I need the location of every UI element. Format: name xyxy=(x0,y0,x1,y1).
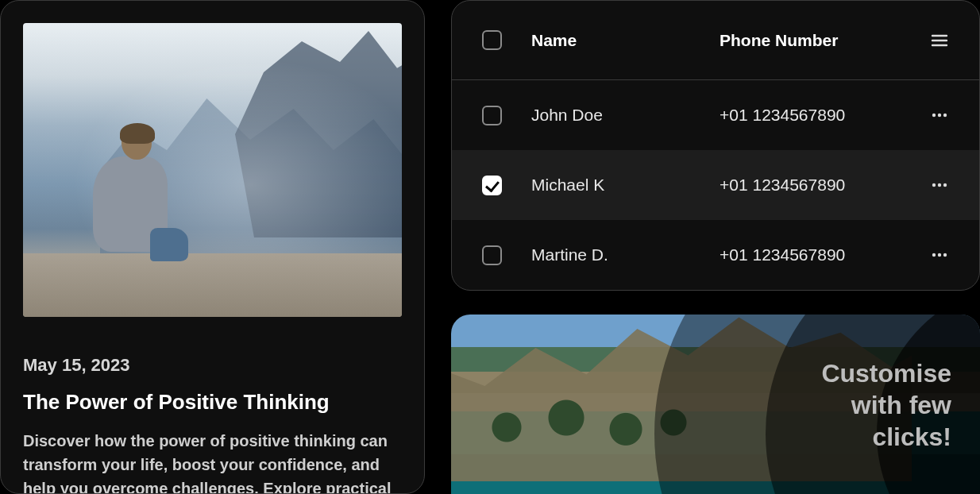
table-row[interactable]: Martine D. +01 1234567890 xyxy=(452,220,979,290)
article-excerpt: Discover how the power of positive think… xyxy=(23,429,402,494)
article-card: May 15, 2023 The Power of Positive Think… xyxy=(0,0,425,494)
row-actions-button[interactable] xyxy=(908,176,971,195)
table-header-row: Name Phone Number xyxy=(452,1,979,80)
svg-point-5 xyxy=(943,114,947,117)
more-horizontal-icon xyxy=(930,176,949,195)
contacts-table: Name Phone Number John Doe +01 123456789… xyxy=(451,0,980,291)
cell-name: Martine D. xyxy=(531,245,720,264)
select-all-checkbox[interactable] xyxy=(482,30,502,50)
cell-phone: +01 1234567890 xyxy=(720,106,908,125)
article-hero-image xyxy=(23,23,402,317)
cell-phone: +01 1234567890 xyxy=(720,245,908,264)
row-actions-button[interactable] xyxy=(908,106,971,125)
svg-point-11 xyxy=(943,253,947,257)
article-title: The Power of Positive Thinking xyxy=(23,390,402,415)
row-checkbox[interactable] xyxy=(482,245,502,265)
cell-name: Michael K xyxy=(531,176,720,195)
row-actions-button[interactable] xyxy=(908,245,971,264)
svg-point-6 xyxy=(932,183,936,187)
table-row[interactable]: Michael K +01 1234567890 xyxy=(452,150,979,220)
table-row[interactable]: John Doe +01 1234567890 xyxy=(452,80,979,150)
more-horizontal-icon xyxy=(930,106,949,125)
row-checkbox[interactable] xyxy=(482,106,502,125)
svg-point-4 xyxy=(938,114,941,117)
more-horizontal-icon xyxy=(930,245,949,264)
hamburger-icon xyxy=(930,31,949,50)
svg-point-7 xyxy=(938,183,941,187)
row-checkbox[interactable] xyxy=(482,176,502,195)
promo-card[interactable]: Customise with few clicks! xyxy=(451,315,980,494)
table-menu-button[interactable] xyxy=(908,31,971,50)
svg-point-8 xyxy=(943,183,947,187)
promo-headline: Customise with few clicks! xyxy=(808,357,951,453)
column-header-name[interactable]: Name xyxy=(531,31,720,50)
column-header-phone[interactable]: Phone Number xyxy=(720,31,908,50)
svg-point-10 xyxy=(938,253,941,257)
cell-name: John Doe xyxy=(531,106,720,125)
article-date: May 15, 2023 xyxy=(23,355,402,376)
svg-point-3 xyxy=(932,114,936,117)
svg-point-9 xyxy=(932,253,936,257)
cell-phone: +01 1234567890 xyxy=(720,176,908,195)
